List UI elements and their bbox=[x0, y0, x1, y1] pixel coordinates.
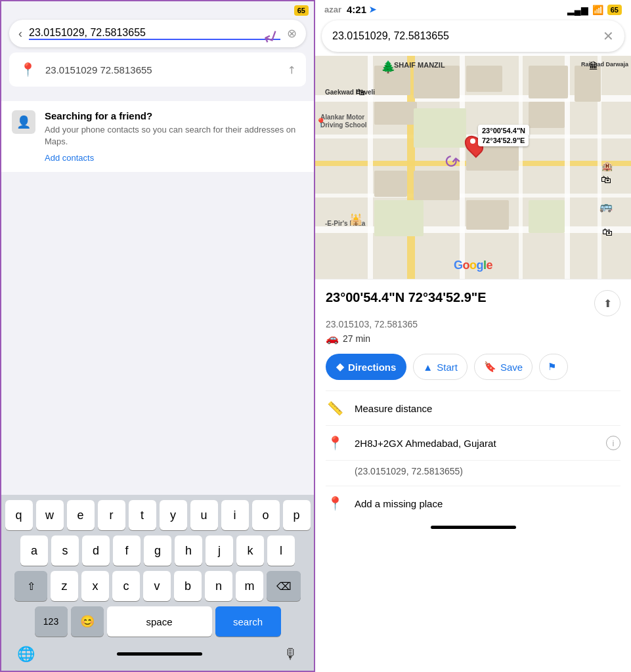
search-bar-right[interactable]: 23.0151029, 72.5813655 ✕ bbox=[322, 20, 624, 52]
menu-item-measure[interactable]: 📏 Measure distance bbox=[326, 390, 620, 425]
key-emoji[interactable]: 😊 bbox=[71, 606, 104, 637]
key-q[interactable]: q bbox=[5, 500, 33, 530]
contact-icon: 👤 bbox=[12, 110, 35, 134]
key-search[interactable]: search bbox=[215, 606, 281, 637]
key-f[interactable]: f bbox=[113, 536, 141, 566]
key-t[interactable]: t bbox=[129, 500, 156, 530]
menu-item-plus-code[interactable]: 📍 2H8J+2GX Ahmedabad, Gujarat i bbox=[326, 425, 620, 460]
key-w[interactable]: w bbox=[36, 500, 64, 530]
keyboard: q w e r t y u i o p a s d f g h j k l ⇧ … bbox=[1, 495, 314, 671]
keyboard-row-4: 123 😊 space search bbox=[4, 606, 311, 637]
key-123[interactable]: 123 bbox=[35, 606, 68, 637]
key-i[interactable]: i bbox=[221, 500, 249, 530]
measure-text: Measure distance bbox=[355, 403, 620, 414]
coords-small: (23.0151029, 72.5813655) bbox=[326, 460, 620, 486]
contact-section: 👤 Searching for a friend? Add your phone… bbox=[1, 101, 314, 172]
key-o[interactable]: o bbox=[252, 500, 280, 530]
map-temple-icon: 🏛 bbox=[589, 61, 598, 72]
directions-button[interactable]: ◆ Directions bbox=[326, 354, 406, 380]
map-shop-icon2: 🛍 bbox=[602, 226, 613, 238]
flag-icon: ⚑ bbox=[548, 361, 556, 373]
ruler-icon: 📏 bbox=[326, 400, 344, 416]
travel-time-text: 27 min bbox=[343, 333, 370, 344]
map-shop-icon4: 🏨 bbox=[601, 161, 613, 171]
key-z[interactable]: z bbox=[51, 571, 78, 601]
map-label-alankar1: Alankar Motor bbox=[320, 114, 364, 121]
map-label-raikhad: Raikhad Darwaja bbox=[581, 61, 628, 68]
key-shift[interactable]: ⇧ bbox=[14, 571, 47, 601]
key-space[interactable]: space bbox=[107, 606, 212, 637]
map-label-shaif: SHAIF MANZIL bbox=[394, 61, 445, 69]
start-button[interactable]: ▲ Start bbox=[413, 354, 468, 380]
share-button[interactable]: ⬆ bbox=[594, 290, 620, 316]
google-logo: Google bbox=[454, 259, 492, 272]
map-label-gaekwad: Gaekwad Haveli bbox=[325, 89, 375, 96]
coord-bubble-2: 72°34'52.9"E bbox=[478, 135, 529, 146]
plus-code-text: 2H8J+2GX Ahmedabad, Gujarat bbox=[355, 438, 596, 449]
map-dome-icon: 🕌 bbox=[349, 213, 362, 226]
key-r[interactable]: r bbox=[98, 500, 125, 530]
key-b[interactable]: b bbox=[174, 571, 202, 601]
key-j[interactable]: j bbox=[206, 536, 233, 566]
home-indicator-right bbox=[431, 526, 516, 529]
globe-icon[interactable]: 🌐 bbox=[17, 646, 35, 663]
keyboard-row-2: a s d f g h j k l bbox=[4, 536, 311, 566]
save-button[interactable]: 🔖 Save bbox=[474, 354, 533, 380]
status-place: azar bbox=[324, 5, 341, 14]
key-v[interactable]: v bbox=[143, 571, 171, 601]
key-u[interactable]: u bbox=[190, 500, 218, 530]
location-pin-icon2: 📍 bbox=[326, 435, 344, 451]
map-shop-icon1: 🛍 bbox=[601, 174, 611, 186]
clear-icon[interactable]: ⊗ bbox=[287, 26, 297, 41]
suggestion-item[interactable]: 📍 23.0151029 72.5813655 ↗ bbox=[9, 52, 306, 87]
add-place-text: Add a missing place bbox=[355, 498, 620, 509]
key-s[interactable]: s bbox=[51, 536, 79, 566]
map-shopping-icon1: 🛍 bbox=[356, 87, 365, 97]
start-icon: ▲ bbox=[423, 362, 433, 373]
key-delete[interactable]: ⌫ bbox=[267, 571, 301, 601]
navigation-icon: ➤ bbox=[369, 5, 376, 14]
key-n[interactable]: n bbox=[205, 571, 232, 601]
back-icon[interactable]: ‹ bbox=[18, 27, 22, 41]
key-a[interactable]: a bbox=[20, 536, 48, 566]
add-contacts-link[interactable]: Add contacts bbox=[45, 153, 303, 163]
key-h[interactable]: h bbox=[175, 536, 202, 566]
flag-button[interactable]: ⚑ bbox=[539, 354, 568, 380]
info-icon[interactable]: i bbox=[606, 436, 620, 450]
key-d[interactable]: d bbox=[82, 536, 110, 566]
bottom-sheet: 23°00'54.4"N 72°34'52.9"E ⬆ 23.015103, 7… bbox=[315, 279, 631, 536]
key-x[interactable]: x bbox=[81, 571, 109, 601]
microphone-icon[interactable]: 🎙 bbox=[284, 646, 298, 663]
suggestion-text: 23.0151029 72.5813655 bbox=[45, 64, 278, 75]
bookmark-icon: 🔖 bbox=[484, 361, 496, 373]
signal-bars-icon: ▂▄▆ bbox=[567, 5, 588, 15]
key-g[interactable]: g bbox=[144, 536, 171, 566]
left-top-bar: ‹ 23.0151029, 72.5813655 ⊗ 📍 23.0151029 … bbox=[1, 1, 314, 93]
person-icon: 👤 bbox=[16, 115, 31, 129]
status-left: azar 4:21 ➤ bbox=[324, 4, 376, 15]
key-p[interactable]: p bbox=[283, 500, 311, 530]
travel-time: 🚗 27 min bbox=[326, 332, 620, 345]
key-l[interactable]: l bbox=[267, 536, 295, 566]
car-icon: 🚗 bbox=[326, 332, 339, 345]
menu-item-add-place[interactable]: 📍 Add a missing place bbox=[326, 486, 620, 520]
right-panel: azar 4:21 ➤ ▂▄▆ 📶 65 23.0151029, 72.5813… bbox=[315, 0, 631, 672]
key-m[interactable]: m bbox=[236, 571, 263, 601]
key-c[interactable]: c bbox=[112, 571, 140, 601]
directions-label: Directions bbox=[348, 362, 396, 373]
search-bar-left[interactable]: ‹ 23.0151029, 72.5813655 ⊗ bbox=[9, 20, 306, 47]
status-bar: azar 4:21 ➤ ▂▄▆ 📶 65 bbox=[315, 0, 631, 18]
action-buttons: ◆ Directions ▲ Start 🔖 Save ⚑ bbox=[326, 354, 620, 380]
map-area[interactable]: SHAIF MANZIL 🌲 Gaekwad Haveli 🛍 Alankar … bbox=[315, 56, 631, 279]
save-label: Save bbox=[500, 362, 523, 373]
key-y[interactable]: y bbox=[160, 500, 187, 530]
home-indicator-left bbox=[117, 652, 202, 656]
key-e[interactable]: e bbox=[67, 500, 95, 530]
key-k[interactable]: k bbox=[236, 536, 264, 566]
search-input-left[interactable]: 23.0151029, 72.5813655 bbox=[29, 27, 280, 40]
marker-dot bbox=[470, 138, 475, 144]
battery-badge-left: 65 bbox=[294, 5, 309, 16]
location-title: 23°00'54.4"N 72°34'52.9"E bbox=[326, 290, 487, 305]
contact-title: Searching for a friend? bbox=[45, 110, 303, 121]
close-icon[interactable]: ✕ bbox=[603, 28, 614, 44]
